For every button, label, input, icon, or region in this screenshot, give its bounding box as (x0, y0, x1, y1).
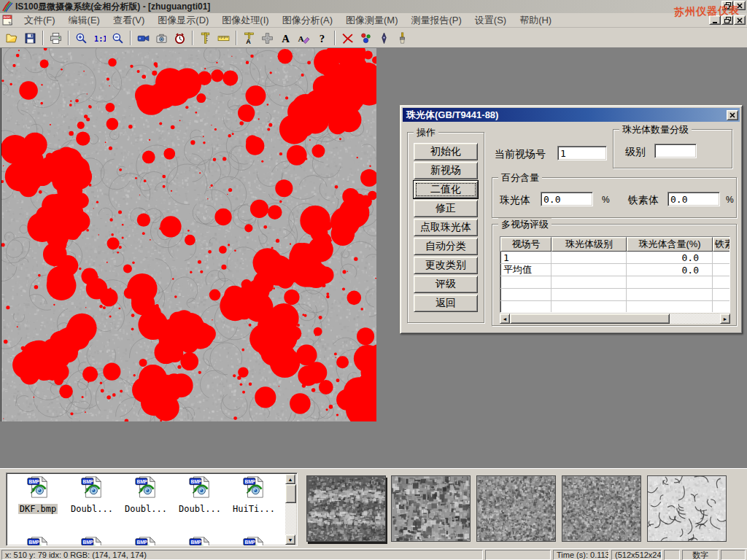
grid-button[interactable] (258, 30, 276, 47)
status-spacer-3 (721, 550, 746, 560)
window-close-button[interactable] (734, 1, 746, 10)
file-item-2[interactable]: BMPDoubl... (66, 475, 117, 515)
text-annotate-button[interactable]: A (276, 30, 295, 47)
menu-process[interactable]: 图像处理(I) (215, 12, 275, 28)
mdi-restore-button[interactable] (721, 15, 733, 25)
op-button-6[interactable]: 自动分类 (414, 238, 478, 255)
svg-text:BMP: BMP (136, 479, 147, 484)
thumbnail-2[interactable] (391, 475, 471, 542)
table-cell (551, 301, 627, 313)
grade-label: 级别 (625, 146, 646, 159)
op-button-7[interactable]: 更改类别 (414, 257, 478, 274)
file-item-4[interactable]: BMPDoubl... (174, 475, 225, 515)
table-row[interactable]: 平均值0.0 (500, 264, 730, 276)
table-header-1[interactable]: 视场号 (500, 237, 551, 252)
document-icon[interactable]: DOC (2, 15, 15, 26)
open-file-button[interactable] (3, 30, 21, 47)
current-field-input[interactable] (557, 146, 607, 160)
svg-text:BMP: BMP (28, 540, 39, 545)
dialog-titlebar[interactable]: 珠光体(GB/T9441-88) (403, 108, 740, 122)
scroll-up-button[interactable]: ▲ (285, 474, 295, 484)
grade-input[interactable] (654, 144, 697, 158)
table-row[interactable]: 10.0 (500, 252, 730, 264)
classify-tool-button[interactable] (357, 30, 375, 47)
scrollbar-thumb[interactable] (285, 484, 296, 503)
zoom-out-button[interactable] (109, 30, 127, 47)
menu-view[interactable]: 查看(V) (107, 12, 151, 28)
op-button-5[interactable]: 点取珠光体 (414, 219, 478, 236)
video-capture-button[interactable] (134, 30, 152, 47)
brush-tool-button[interactable] (393, 30, 411, 47)
video-camera-icon (137, 32, 150, 44)
print-button[interactable] (47, 30, 65, 47)
scroll-right-button[interactable]: ► (720, 314, 730, 324)
ferrite-percent-input[interactable] (667, 192, 720, 206)
menu-file[interactable]: 文件(F) (18, 12, 62, 28)
menu-edit[interactable]: 编辑(E) (62, 12, 107, 28)
file-list-scrollbar[interactable]: ▲▼ (285, 474, 296, 545)
edit-annotate-button[interactable]: A (295, 30, 313, 47)
actual-size-button[interactable]: 1:1 (90, 30, 109, 47)
thumbnail-5[interactable] (647, 475, 727, 542)
menu-analyze[interactable]: 图像分析(A) (276, 12, 339, 28)
table-horizontal-scrollbar[interactable]: ◄ ► (500, 314, 730, 324)
thumbnail-3[interactable] (476, 475, 556, 542)
photo-capture-button[interactable] (152, 30, 171, 47)
rating-table[interactable]: 视场号珠光体级别珠光体含量(%)铁素体含量(%)10.0平均值0.0 (500, 236, 730, 313)
table-row[interactable] (500, 276, 730, 289)
scroll-left-button[interactable]: ◄ (500, 314, 510, 324)
scrollbar-thumb[interactable] (510, 314, 670, 324)
op-button-1[interactable]: 初始化 (414, 143, 478, 160)
mdi-minimize-button[interactable] (709, 15, 721, 25)
scroll-down-button[interactable]: ▼ (285, 534, 295, 545)
thumbnail-1[interactable] (306, 475, 386, 542)
file-item-row2-3[interactable]: BMP (120, 536, 171, 546)
window-restore-button[interactable] (721, 1, 733, 10)
menu-display[interactable]: 图像显示(D) (151, 12, 215, 28)
pen-tool-button[interactable] (375, 30, 393, 47)
file-item-3[interactable]: BMPDoubl... (120, 475, 171, 515)
table-row[interactable] (500, 301, 730, 313)
op-button-3[interactable]: 二值化 (414, 181, 478, 198)
menu-report[interactable]: 测量报告(P) (404, 12, 468, 28)
timer-button[interactable] (171, 30, 189, 47)
dialog-close-button[interactable] (727, 110, 738, 120)
zoom-in-button[interactable] (72, 30, 90, 47)
menu-settings[interactable]: 设置(S) (468, 12, 513, 28)
scrollbar-track[interactable] (510, 314, 720, 324)
ruler-measure-button[interactable] (214, 30, 233, 47)
svg-text:A: A (298, 34, 304, 42)
table-cell (551, 289, 627, 301)
file-item-row2-4[interactable]: BMP (174, 536, 225, 546)
op-button-4[interactable]: 修正 (414, 200, 478, 217)
save-file-button[interactable] (21, 30, 39, 47)
micrograph-image[interactable] (1, 48, 376, 421)
menu-measure[interactable]: 图像测量(M) (339, 12, 405, 28)
file-item-row2-5[interactable]: BMP (228, 536, 279, 546)
table-header-3[interactable]: 珠光体含量(%) (627, 237, 713, 252)
bmp-file-icon: BMP (134, 536, 158, 546)
table-row[interactable] (500, 289, 730, 301)
scrollbar-track[interactable] (285, 484, 296, 534)
thumbnail-4[interactable] (562, 475, 641, 542)
file-list[interactable]: BMPDKF.bmpBMPDoubl...BMPDoubl...BMPDoubl… (6, 472, 298, 546)
pearlite-percent-input[interactable] (541, 192, 593, 206)
svg-text:A: A (282, 33, 290, 44)
svg-text:?: ? (320, 33, 325, 44)
help-tool-button[interactable]: ? (313, 30, 331, 47)
op-button-2[interactable]: 新视场 (414, 162, 478, 179)
file-item-1[interactable]: BMPDKF.bmp (12, 475, 63, 515)
file-item-5[interactable]: BMPHuiTi... (228, 475, 279, 515)
menu-help[interactable]: 帮助(H) (513, 12, 558, 28)
op-button-9[interactable]: 返回 (414, 295, 478, 312)
curve-tool-button[interactable] (338, 30, 357, 47)
file-item-row2-1[interactable]: BMP (12, 536, 63, 546)
measure-label-button[interactable]: A (240, 30, 258, 47)
multi-field-group: 多视场评级 视场号珠光体级别珠光体含量(%)铁素体含量(%)10.0平均值0.0… (492, 224, 737, 326)
table-header-2[interactable]: 珠光体级别 (551, 237, 627, 252)
mdi-close-button[interactable] (734, 15, 746, 25)
caliper-measure-button[interactable] (196, 30, 214, 47)
file-item-row2-2[interactable]: BMP (66, 536, 117, 546)
op-button-8[interactable]: 评级 (414, 276, 478, 293)
table-header-4[interactable]: 铁素体含量(%) (713, 237, 730, 252)
